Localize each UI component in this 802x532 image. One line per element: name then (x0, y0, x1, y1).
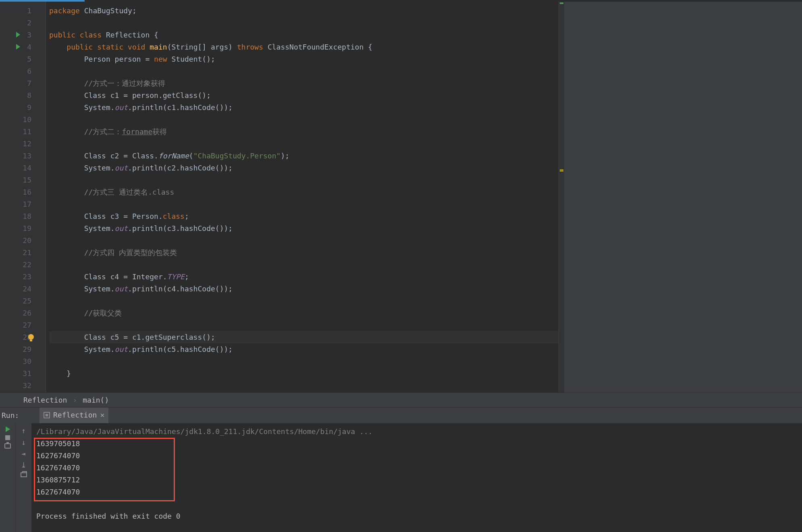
softwrap-icon[interactable]: ⇥ (22, 450, 26, 457)
fold-cell[interactable] (40, 17, 46, 29)
fold-cell[interactable] (40, 343, 46, 355)
error-stripe[interactable] (559, 2, 564, 393)
line-number[interactable]: 25 (0, 295, 40, 307)
code-line[interactable]: System.out.println(c3.hashCode()); (49, 222, 559, 235)
code-line[interactable] (49, 295, 559, 307)
line-number[interactable]: 30 (0, 355, 40, 368)
line-number[interactable]: 19 (0, 222, 40, 235)
line-number[interactable]: 8 (0, 89, 40, 102)
code-line[interactable]: System.out.println(c4.hashCode()); (49, 283, 559, 295)
code-line[interactable]: System.out.println(c1.hashCode()); (49, 102, 559, 114)
fold-cell[interactable] (40, 150, 46, 162)
fold-cell[interactable] (40, 77, 46, 89)
run-gutter-icon[interactable] (16, 32, 23, 38)
line-number[interactable]: 20 (0, 235, 40, 247)
fold-cell[interactable] (40, 102, 46, 114)
line-number[interactable]: 22 (0, 259, 40, 271)
fold-cell[interactable] (40, 380, 46, 392)
close-icon[interactable]: × (100, 411, 104, 419)
code-line[interactable]: //获取父类 (49, 307, 559, 319)
code-line[interactable] (49, 138, 559, 150)
scroll-to-end-icon[interactable]: ⤓ (21, 461, 27, 469)
fold-cell[interactable] (40, 174, 46, 186)
fold-cell[interactable] (40, 114, 46, 126)
code-line[interactable] (49, 380, 559, 392)
code-line[interactable]: //方式一：通过对象获得 (49, 77, 559, 89)
code-line[interactable] (49, 235, 559, 247)
line-number[interactable]: 23 (0, 271, 40, 283)
fold-cell[interactable] (40, 295, 46, 307)
line-number[interactable]: 1 (0, 5, 40, 17)
line-number[interactable]: 14 (0, 162, 40, 174)
intention-bulb-icon[interactable] (28, 334, 35, 341)
line-number[interactable]: 16 (0, 186, 40, 198)
code-line[interactable]: } (49, 368, 559, 380)
line-number[interactable]: 29 (0, 343, 40, 355)
line-number[interactable]: 21 (0, 247, 40, 259)
code-line[interactable]: //方式二：forname获得 (49, 126, 559, 138)
line-number[interactable]: 26 (0, 307, 40, 319)
code-line[interactable] (49, 114, 559, 126)
up-stack-icon[interactable]: ↑ (21, 426, 26, 435)
line-number[interactable]: 31 (0, 368, 40, 380)
line-number[interactable]: 18 (0, 210, 40, 222)
line-number[interactable]: 15 (0, 174, 40, 186)
fold-cell[interactable] (40, 89, 46, 102)
line-number[interactable]: 4 (0, 41, 40, 53)
fold-cell[interactable] (40, 162, 46, 174)
code-line[interactable]: System.out.println(c5.hashCode()); (49, 343, 559, 355)
line-number[interactable]: 6 (0, 65, 40, 77)
code-line[interactable]: public static void main(String[] args) t… (49, 41, 559, 53)
line-number[interactable]: 13 (0, 150, 40, 162)
line-number[interactable]: 10 (0, 114, 40, 126)
print-icon[interactable] (21, 472, 27, 477)
fold-cell[interactable] (40, 271, 46, 283)
fold-cell[interactable] (40, 65, 46, 77)
code-line[interactable]: Class c1 = person.getClass(); (49, 89, 559, 102)
code-line[interactable] (49, 65, 559, 77)
fold-cell[interactable] (40, 210, 46, 222)
code-line[interactable]: //方式三 通过类名.class (49, 186, 559, 198)
fold-cell[interactable] (40, 247, 46, 259)
fold-cell[interactable] (40, 41, 46, 53)
code-line[interactable] (49, 355, 559, 368)
code-line[interactable] (49, 17, 559, 29)
code-line[interactable]: Class c3 = Person.class; (49, 210, 559, 222)
fold-cell[interactable] (40, 307, 46, 319)
rerun-icon[interactable] (6, 426, 10, 432)
fold-cell[interactable] (40, 29, 46, 41)
line-number[interactable]: 28 (0, 331, 40, 343)
code-line[interactable]: Class c4 = Integer.TYPE; (49, 271, 559, 283)
run-gutter-icon[interactable] (16, 44, 23, 50)
line-number[interactable]: 32 (0, 380, 40, 392)
fold-cell[interactable] (40, 222, 46, 235)
fold-cell[interactable] (40, 198, 46, 210)
breadcrumb-method[interactable]: main() (83, 396, 109, 404)
fold-cell[interactable] (40, 331, 46, 343)
line-number[interactable]: 2 (0, 17, 40, 29)
code-line[interactable]: Class c2 = Class.forName("ChaBugStudy.Pe… (49, 150, 559, 162)
line-number[interactable]: 7 (0, 77, 40, 89)
fold-cell[interactable] (40, 355, 46, 368)
code-line[interactable]: System.out.println(c2.hashCode()); (49, 162, 559, 174)
line-number[interactable]: 27 (0, 319, 40, 331)
run-tab[interactable]: Reflection × (39, 407, 108, 423)
stop-icon[interactable] (5, 435, 10, 440)
breadcrumb-class[interactable]: Reflection (23, 396, 67, 404)
fold-cell[interactable] (40, 283, 46, 295)
fold-column[interactable] (40, 2, 46, 393)
code-line[interactable]: public class Reflection { (49, 29, 559, 41)
code-line[interactable]: //方式四 内置类型的包装类 (49, 247, 559, 259)
fold-cell[interactable] (40, 368, 46, 380)
line-number[interactable]: 12 (0, 138, 40, 150)
line-number[interactable]: 24 (0, 283, 40, 295)
fold-cell[interactable] (40, 5, 46, 17)
code-line[interactable]: Class c5 = c1.getSuperclass(); (49, 331, 559, 343)
code-line[interactable]: Person person = new Student(); (49, 53, 559, 65)
code-line[interactable]: package ChaBugStudy; (49, 5, 559, 17)
code-line[interactable] (49, 198, 559, 210)
down-stack-icon[interactable]: ↓ (21, 438, 26, 447)
line-number[interactable]: 11 (0, 126, 40, 138)
gutter[interactable]: 1234567891011121314151617181920212223242… (0, 2, 40, 393)
fold-cell[interactable] (40, 186, 46, 198)
